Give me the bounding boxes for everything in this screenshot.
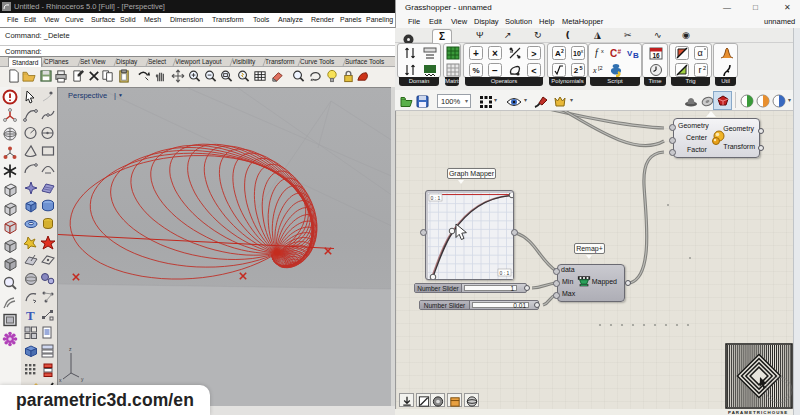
svg-text:>: > [532, 49, 537, 59]
svg-text:2: 2 [574, 66, 579, 75]
svg-text:<: < [532, 66, 537, 76]
svg-text:×: × [492, 48, 498, 59]
svg-text:f: f [595, 47, 599, 58]
svg-text:x: x [592, 66, 597, 75]
svg-text:%: % [472, 66, 479, 75]
svg-text:x: x [601, 48, 604, 54]
svg-text:C: C [610, 48, 617, 59]
svg-text:−: − [492, 65, 498, 76]
svg-text:+: + [473, 48, 479, 59]
svg-text:2: 2 [703, 65, 706, 71]
svg-text:T: T [26, 308, 35, 323]
svg-text:[2: [2 [598, 65, 603, 71]
svg-text:#: # [618, 48, 622, 55]
svg-text:0 : 1: 0 : 1 [500, 270, 510, 276]
svg-text:α: α [698, 48, 703, 58]
svg-text:0 : 1: 0 : 1 [431, 195, 441, 201]
svg-text:16: 16 [652, 52, 660, 59]
svg-text:5: 5 [579, 65, 582, 71]
svg-text:r: r [699, 65, 702, 75]
svg-text:B: B [633, 51, 639, 60]
svg-text:2: 2 [561, 48, 564, 54]
